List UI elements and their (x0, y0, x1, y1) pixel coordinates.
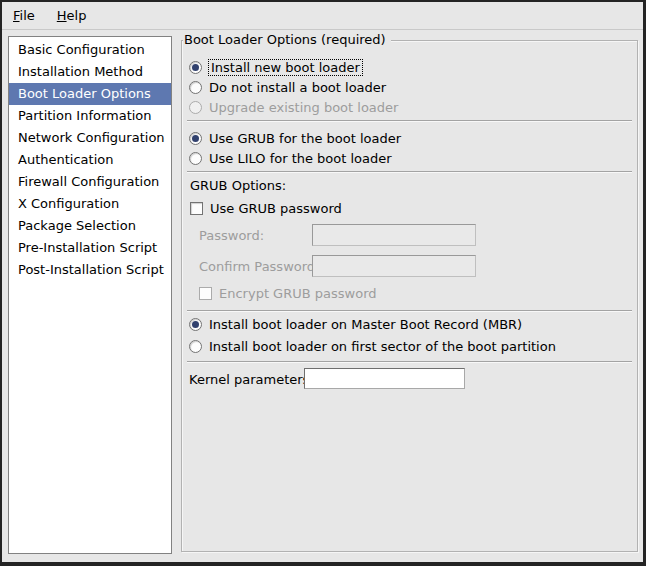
password-input (312, 224, 476, 246)
sidebar-item-package-selection[interactable]: Package Selection (9, 215, 171, 237)
radio-install-mbr[interactable]: Install boot loader on Master Boot Recor… (189, 316, 522, 332)
help-menu[interactable]: Help (46, 4, 98, 27)
radio-button-icon (189, 318, 202, 331)
confirm-password-input (312, 255, 476, 277)
checkbox-icon (199, 287, 212, 300)
radio-install-first-sector[interactable]: Install boot loader on first sector of t… (189, 338, 556, 354)
encrypt-grub-password-checkbox: Encrypt GRUB password (199, 285, 377, 301)
kernel-parameters-label: Kernel parameters: (189, 372, 314, 388)
separator (187, 310, 632, 312)
use-grub-password-checkbox[interactable]: Use GRUB password (190, 200, 342, 216)
sidebar-item-boot-loader-options[interactable]: Boot Loader Options (9, 83, 171, 105)
sidebar-item-firewall-configuration[interactable]: Firewall Configuration (9, 171, 171, 193)
sidebar-item-installation-method[interactable]: Installation Method (9, 61, 171, 83)
radio-do-not-install-boot-loader[interactable]: Do not install a boot loader (189, 79, 386, 95)
radio-install-new-boot-loader[interactable]: Install new boot loader (189, 59, 362, 75)
sidebar-item-post-installation-script[interactable]: Post-Installation Script (9, 259, 171, 281)
radio-button-icon (189, 81, 202, 94)
kickstart-configurator-window: File Help Basic Configuration Installati… (0, 0, 646, 566)
menubar: File Help (2, 2, 643, 30)
sidebar-item-basic-configuration[interactable]: Basic Configuration (9, 39, 171, 61)
separator (187, 361, 632, 363)
grub-options-label: GRUB Options: (190, 178, 286, 194)
radio-button-icon (189, 61, 202, 74)
radio-button-icon (189, 340, 202, 353)
radio-button-icon (189, 132, 202, 145)
sidebar-list: Basic Configuration Installation Method … (8, 36, 172, 554)
radio-use-lilo[interactable]: Use LILO for the boot loader (189, 150, 392, 166)
sidebar-item-authentication[interactable]: Authentication (9, 149, 171, 171)
radio-upgrade-existing-boot-loader: Upgrade existing boot loader (189, 99, 398, 115)
radio-button-icon (189, 101, 202, 114)
radio-button-icon (189, 152, 202, 165)
password-label: Password: (199, 228, 264, 244)
file-menu[interactable]: File (2, 4, 46, 27)
sidebar-item-x-configuration[interactable]: X Configuration (9, 193, 171, 215)
sidebar-item-network-configuration[interactable]: Network Configuration (9, 127, 171, 149)
panel-title: Boot Loader Options (required) (183, 32, 391, 48)
confirm-password-label: Confirm Password: (199, 259, 319, 275)
radio-use-grub[interactable]: Use GRUB for the boot loader (189, 130, 401, 146)
sidebar-item-pre-installation-script[interactable]: Pre-Installation Script (9, 237, 171, 259)
boot-loader-options-panel: Boot Loader Options (required) Install n… (181, 40, 638, 552)
sidebar-item-partition-information[interactable]: Partition Information (9, 105, 171, 127)
kernel-parameters-input[interactable] (304, 368, 465, 389)
separator (187, 171, 632, 173)
separator (187, 120, 632, 122)
checkbox-icon (190, 202, 203, 215)
